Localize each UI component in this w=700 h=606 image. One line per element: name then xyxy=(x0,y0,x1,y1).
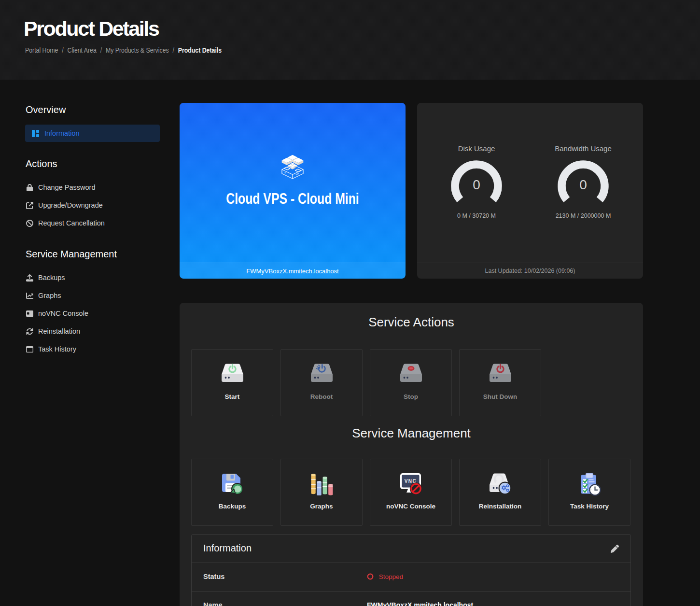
svg-text:III: III xyxy=(284,172,286,174)
